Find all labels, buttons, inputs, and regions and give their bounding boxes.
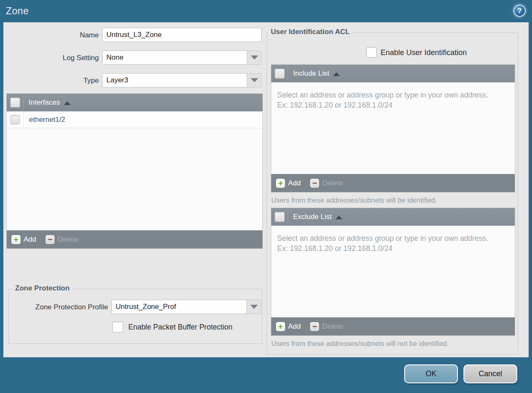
include-add-label: Add (288, 179, 301, 187)
sort-ascending-icon (64, 101, 71, 105)
cancel-button[interactable]: Cancel (463, 364, 517, 383)
chevron-down-icon (251, 55, 258, 60)
include-delete-button[interactable]: − Delete (310, 179, 343, 188)
interface-row-checkbox[interactable] (11, 115, 20, 124)
exclude-list-body[interactable]: Select an address or address group or ty… (271, 226, 515, 317)
exclude-delete-button[interactable]: − Delete (310, 322, 343, 331)
packet-buffer-protection-label: Enable Packet Buffer Protection (128, 323, 233, 332)
dialog-title: Zone (6, 5, 29, 17)
interface-row[interactable]: ethernet1/2 (7, 111, 262, 128)
include-list-header[interactable]: Include List (271, 65, 515, 82)
interfaces-table-body: ethernet1/2 (7, 111, 262, 230)
zone-protection-group: Zone Protection Zone Protection Profile … (8, 289, 262, 344)
exclude-add-label: Add (288, 322, 301, 331)
exclude-add-button[interactable]: + Add (276, 322, 301, 331)
include-list-footer: + Add − Delete (271, 174, 515, 192)
enable-user-identification-label: Enable User Identification (381, 48, 467, 57)
chevron-down-icon (251, 78, 258, 82)
type-dropdown-button[interactable] (247, 73, 262, 87)
minus-icon: − (310, 179, 319, 188)
interfaces-delete-button[interactable]: − Delete (45, 235, 78, 244)
type-dropdown[interactable]: Layer3 (102, 73, 262, 87)
zone-protection-legend: Zone Protection (12, 284, 72, 293)
exclude-list-header[interactable]: Exclude List (271, 208, 515, 226)
zone-name-input[interactable] (102, 28, 262, 42)
exclude-list-caption: Users from these addresses/subnets will … (271, 340, 449, 348)
interfaces-select-all-checkbox[interactable] (10, 98, 20, 108)
exclude-list-header-label: Exclude List (293, 213, 332, 221)
name-label: Name (3, 31, 99, 40)
help-icon-glyph: ? (517, 7, 521, 15)
include-list-body[interactable]: Select an address or address group or ty… (271, 82, 515, 174)
minus-icon: − (310, 322, 319, 331)
include-list-table: Include List Select an address or addres… (271, 64, 515, 193)
plus-icon: + (276, 322, 285, 331)
interfaces-select-all-cell (7, 94, 24, 111)
include-list-header-title[interactable]: Include List (288, 65, 340, 82)
interfaces-add-label: Add (24, 235, 36, 244)
ok-button[interactable]: OK (404, 364, 458, 383)
chevron-down-icon (250, 305, 258, 309)
exclude-select-all-checkbox[interactable] (275, 212, 285, 222)
interfaces-header-title[interactable]: Interfaces (24, 94, 71, 111)
packet-buffer-protection-checkbox[interactable] (112, 322, 123, 332)
plus-icon: + (11, 235, 21, 244)
include-list-placeholder: Select an address or address group or ty… (277, 90, 490, 110)
zone-protection-profile-value: Untrust_Zone_Prof (111, 300, 247, 314)
plus-icon: + (276, 179, 285, 188)
interfaces-table-header[interactable]: Interfaces (7, 94, 262, 111)
include-delete-label: Delete (322, 179, 343, 187)
type-label: Type (3, 76, 99, 85)
interfaces-table-footer: + Add − Delete (7, 230, 262, 248)
include-list-header-label: Include List (293, 69, 329, 78)
log-setting-value: None (102, 50, 247, 65)
include-select-all-checkbox[interactable] (275, 69, 285, 79)
user-identification-acl-legend: User Identification ACL (268, 28, 352, 36)
exclude-select-all-cell (271, 208, 288, 226)
include-select-all-cell (271, 65, 288, 82)
zone-protection-profile-dropdown[interactable]: Untrust_Zone_Prof (111, 300, 261, 314)
exclude-list-header-title[interactable]: Exclude List (288, 208, 342, 226)
log-setting-dropdown-button[interactable] (247, 50, 262, 65)
zone-protection-profile-dropdown-button[interactable] (247, 300, 261, 314)
type-value: Layer3 (102, 73, 247, 87)
exclude-delete-label: Delete (322, 322, 343, 331)
enable-user-identification-checkbox[interactable] (366, 47, 377, 58)
sort-ascending-icon (336, 216, 342, 219)
include-list-caption: Users from these addresses/subnets will … (271, 196, 437, 204)
interfaces-add-button[interactable]: + Add (11, 235, 36, 244)
exclude-list-footer: + Add − Delete (271, 317, 515, 335)
interfaces-table: Interfaces ethernet1/2 + Add − Delete (6, 93, 263, 249)
include-add-button[interactable]: + Add (276, 179, 301, 188)
log-setting-label: Log Setting (3, 54, 99, 62)
minus-icon: − (45, 235, 55, 244)
sort-ascending-icon (333, 72, 340, 76)
interfaces-header-label: Interfaces (29, 98, 60, 107)
exclude-list-table: Exclude List Select an address or addres… (271, 208, 515, 336)
zone-protection-profile-label: Zone Protection Profile (12, 303, 108, 311)
interface-name: ethernet1/2 (24, 111, 65, 128)
interfaces-delete-label: Delete (58, 235, 78, 244)
help-icon[interactable]: ? (513, 5, 526, 17)
exclude-list-placeholder: Select an address or address group or ty… (277, 233, 490, 253)
zone-dialog-body: Name Log Setting None Type Layer3 Interf… (3, 22, 529, 357)
interface-row-checkbox-cell (7, 111, 24, 128)
log-setting-dropdown[interactable]: None (102, 50, 262, 65)
